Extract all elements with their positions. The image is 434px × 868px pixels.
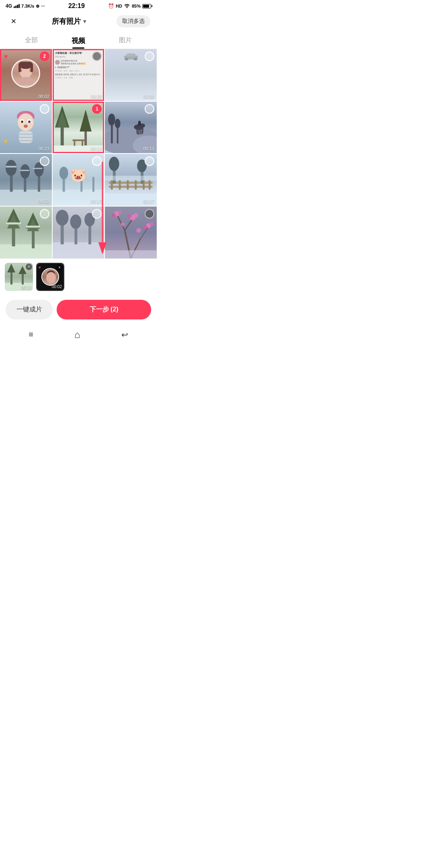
usb-icon: ⊕ [36, 4, 39, 9]
svg-rect-75 [0, 244, 52, 258]
bar3 [17, 5, 18, 8]
time-display: 22:19 [68, 2, 85, 10]
grid-item-4[interactable]: ★ 00:23 [0, 102, 52, 154]
svg-rect-60 [92, 177, 94, 192]
tray-heart-icon: ♥ [39, 265, 41, 270]
grid-item-8[interactable]: 🐷 00:17 [53, 154, 104, 206]
duration-4: 00:23 [38, 146, 49, 151]
selection-badge-7 [40, 156, 49, 166]
grid-item-5[interactable]: 1 00:13 [53, 102, 104, 154]
pig-emoji: 🐷 [70, 167, 86, 182]
back-icon[interactable]: ↩ [121, 330, 128, 340]
grid-item-10[interactable] [0, 207, 52, 258]
svg-rect-29 [74, 141, 75, 146]
one-click-button[interactable]: 一键成片 [6, 300, 53, 319]
tab-image[interactable]: 图片 [102, 32, 149, 49]
header-title[interactable]: 所有照片 ▾ [52, 16, 86, 26]
battery-icon [142, 4, 151, 8]
svg-marker-112 [7, 264, 15, 272]
svg-point-100 [128, 214, 132, 218]
home-indicator: ≡ ⌂ ↩ [0, 326, 157, 343]
selection-badge-3 [145, 51, 154, 61]
svg-point-97 [112, 213, 116, 217]
svg-rect-8 [127, 53, 135, 57]
svg-point-1 [18, 77, 34, 85]
bar4 [18, 4, 20, 8]
duration-2: 00:29 [91, 94, 102, 99]
bar2 [15, 6, 16, 8]
svg-rect-54 [33, 168, 43, 169]
tab-video[interactable]: 视频 [55, 32, 102, 49]
svg-rect-63 [109, 186, 153, 188]
bar1 [14, 6, 15, 8]
svg-rect-66 [127, 180, 129, 190]
svg-rect-52 [6, 166, 17, 168]
svg-rect-64 [111, 180, 113, 190]
duration-8: 00:17 [91, 199, 102, 204]
svg-point-71 [109, 157, 119, 171]
svg-rect-65 [119, 180, 121, 190]
duration-7: 00:32 [38, 199, 49, 204]
grid-item-11[interactable] [53, 207, 104, 258]
grid-item-1[interactable]: ♥ 2 00:02 [0, 49, 52, 101]
header: × 所有照片 ▾ 取消多选 [0, 11, 157, 32]
svg-rect-30 [82, 141, 83, 146]
svg-point-98 [118, 211, 122, 215]
svg-rect-37 [140, 129, 141, 134]
more-icon: ··· [41, 4, 45, 8]
grid-item-12[interactable] [105, 207, 157, 258]
svg-point-57 [59, 167, 68, 180]
home-icon[interactable]: ⌂ [74, 329, 80, 340]
svg-marker-26 [80, 109, 92, 131]
grid-item-7[interactable]: 00:32 [0, 154, 52, 206]
svg-line-93 [125, 219, 133, 231]
svg-marker-114 [18, 266, 27, 274]
svg-point-101 [134, 213, 139, 218]
svg-rect-107 [105, 250, 157, 258]
duration-5: 00:13 [91, 146, 102, 151]
header-title-text: 所有照片 [52, 16, 81, 26]
duration-9: 00:17 [143, 199, 154, 204]
speed-label: 7.3K/s [21, 4, 34, 8]
wifi-icon [124, 3, 130, 9]
svg-point-49 [20, 164, 30, 179]
tray-duration-1: 00:13 [21, 285, 31, 290]
tray-item-1-remove[interactable]: × [26, 264, 32, 270]
svg-point-47 [6, 160, 17, 176]
duration-6: 00:11 [143, 146, 154, 151]
tray-item-2[interactable]: ♥ × 00:02 [36, 263, 64, 291]
duration-3: 00:00 [143, 94, 154, 99]
svg-point-103 [143, 225, 147, 229]
svg-point-118 [46, 272, 56, 283]
svg-rect-36 [138, 129, 139, 135]
next-step-button[interactable]: 下一步 (2) [57, 300, 151, 319]
tray-item-1[interactable]: × 00:13 [5, 263, 33, 291]
grid-item-9[interactable]: 00:17 [105, 154, 157, 206]
status-left: 4G 7.3K/s ⊕ ··· [6, 3, 45, 9]
svg-rect-74 [105, 176, 157, 181]
selection-badge-1: 2 [40, 51, 49, 61]
svg-rect-5 [18, 65, 21, 72]
heart-icon: ♥ [4, 53, 8, 60]
grid-item-6[interactable]: 00:11 [105, 102, 157, 154]
menu-icon[interactable]: ≡ [29, 330, 33, 339]
svg-rect-53 [20, 170, 29, 171]
tab-all[interactable]: 全部 [8, 32, 55, 49]
chevron-down-icon: ▾ [83, 18, 86, 25]
close-button[interactable]: × [6, 16, 21, 27]
svg-rect-69 [149, 180, 151, 190]
cancel-multiselect-button[interactable]: 取消多选 [117, 15, 150, 27]
grid-item-3[interactable]: 00:00 [105, 49, 157, 101]
battery-label: 85% [132, 4, 141, 8]
bottom-action-bar: 一键成片 下一步 (2) [0, 295, 157, 326]
svg-rect-111 [10, 271, 12, 285]
svg-point-42 [108, 113, 115, 125]
tray-item-2-remove[interactable]: × [56, 264, 63, 271]
svg-rect-6 [31, 65, 33, 72]
selected-tray: × 00:13 ♥ × 00:02 [0, 258, 157, 295]
grid-item-2[interactable]: 大家都在接：坏女孩仔奇² 2911条评论 这你都得赶我去 我 我错错你会坐我头点… [53, 49, 104, 101]
svg-point-104 [150, 222, 154, 226]
svg-point-12 [18, 113, 34, 131]
svg-point-86 [56, 210, 69, 226]
selection-badge-4 [40, 104, 49, 114]
